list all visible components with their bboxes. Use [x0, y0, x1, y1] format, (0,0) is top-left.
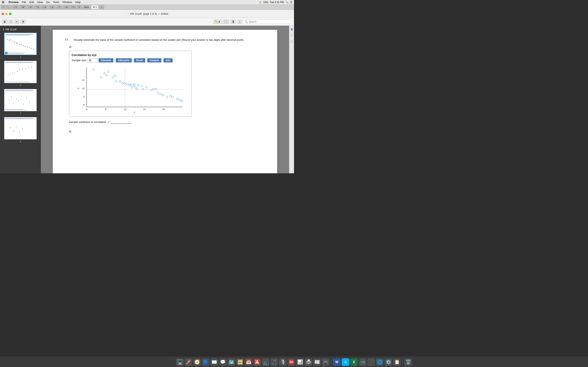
toolbar: ⊞ − + ⬆ ✏️ ▾ 📋 🎛 ↑ 🔍: [0, 18, 294, 26]
svg-point-78: [155, 88, 157, 90]
svg-point-24: [28, 67, 29, 68]
adjust-button[interactable]: 🎛: [230, 20, 236, 24]
search-box[interactable]: 🔍: [243, 20, 292, 24]
svg-point-87: [179, 99, 181, 101]
tab-ct[interactable]: C T: [56, 5, 62, 9]
spotlight-icon[interactable]: 🔍: [285, 1, 288, 4]
tab-r[interactable]: (r: [6, 5, 11, 9]
share-button[interactable]: ⬆: [20, 20, 26, 24]
tab-cs2[interactable]: C S: [26, 5, 33, 9]
menu-view[interactable]: View: [37, 1, 43, 4]
tab-cm[interactable]: C M: [19, 5, 26, 9]
zoom-out-button[interactable]: −: [9, 20, 13, 24]
svg-point-23: [25, 68, 26, 69]
svg-text:0: 0: [83, 104, 85, 106]
svg-text:10: 10: [124, 108, 126, 110]
tab-new[interactable]: New: [82, 5, 91, 9]
svg-point-86: [177, 98, 178, 100]
chevron-down-icon: ▼: [2, 28, 5, 31]
analyze-button[interactable]: Analyze: [147, 58, 161, 62]
svg-point-74: [141, 85, 143, 87]
insert-button[interactable]: 📋: [223, 20, 229, 24]
sidebar-toggle-button[interactable]: ⊞: [2, 20, 7, 24]
tab-ps[interactable]: P S: [70, 5, 77, 9]
svg-point-39: [22, 128, 23, 129]
svg-point-83: [166, 96, 168, 98]
svg-point-2: [10, 39, 11, 40]
tab-ca2[interactable]: C A: [48, 5, 55, 9]
widget-title: Correlation by eye: [72, 53, 189, 57]
page-4-thumbnail[interactable]: [4, 117, 37, 140]
menubar: ⌘ Preview File Edit View Go Tools Window…: [0, 0, 294, 4]
info-label: Info: [291, 40, 293, 43]
svg-point-84: [169, 95, 171, 97]
widget-controls: Sample size: Simulate | Add point | Rese…: [72, 58, 189, 62]
person-icon[interactable]: 👤: [290, 27, 294, 31]
svg-point-77: [150, 89, 152, 91]
sample-size-input[interactable]: [87, 58, 98, 62]
add-point-button[interactable]: Add point: [116, 58, 132, 62]
page-1-thumbnail[interactable]: 1: [4, 33, 37, 55]
menu-window[interactable]: Window: [62, 1, 72, 4]
sub-b-label: b): [65, 130, 265, 133]
close-button[interactable]: [2, 13, 4, 15]
tab-ca1[interactable]: C A: [41, 5, 48, 9]
tab-t[interactable]: T: [1, 5, 6, 9]
tab-star[interactable]: ★ ×: [91, 5, 99, 9]
titlebar: 📄 HW 12.pdf (page 1 of 4) — Edited: [0, 10, 294, 18]
main-layout: ▼ HW 12.pdf: [0, 26, 294, 173]
app-name[interactable]: Preview: [9, 1, 18, 4]
menu-right-items: 🔋 15% Tue 2:31 PM 🔍 ☰: [259, 1, 292, 4]
apple-menu[interactable]: ⌘: [2, 1, 4, 4]
svg-text:15: 15: [143, 108, 146, 110]
svg-text:0: 0: [86, 108, 87, 110]
tab-more[interactable]: +: [99, 5, 104, 9]
svg-point-34: [29, 102, 30, 103]
menu-tools[interactable]: Tools: [53, 1, 59, 4]
svg-text:5: 5: [83, 95, 85, 98]
svg-text:Y: Y: [77, 87, 80, 89]
menu-help[interactable]: Help: [75, 1, 81, 4]
approx-symbol: ≈: [108, 120, 109, 124]
page-2-thumbnail[interactable]: [4, 61, 37, 83]
svg-point-27: [11, 97, 12, 98]
menu-file[interactable]: File: [22, 1, 26, 4]
svg-point-61: [114, 75, 116, 76]
reset-button[interactable]: Reset: [134, 58, 145, 62]
share2-button[interactable]: ↑: [237, 20, 242, 24]
notification-icon[interactable]: ☰: [290, 1, 292, 4]
annotate-button[interactable]: ✏️ ▾: [213, 20, 222, 24]
tab-cs3[interactable]: C S: [34, 5, 41, 9]
pdf-page: 13. Visually estismate the value of the …: [53, 30, 277, 173]
tab-cs1[interactable]: C S: [12, 5, 18, 9]
sidebar-filename: HW 12.pdf: [6, 28, 17, 31]
page-2-label: 2: [20, 84, 21, 86]
menu-edit[interactable]: Edit: [29, 1, 34, 4]
svg-point-20: [17, 71, 18, 72]
scatter-plot-svg: 0 5 10 15 Y 0 5 10 15 20 x: [74, 65, 186, 114]
svg-point-58: [106, 75, 108, 76]
battery-percent: 15%: [263, 1, 268, 4]
svg-text:x: x: [134, 111, 135, 113]
simulate-button[interactable]: Simulate: [99, 58, 113, 62]
answer-line: Sample coeficient of correlation ≈: [65, 120, 265, 124]
filename: HW 12.pdf: [130, 12, 142, 15]
pdf-icon: 📄: [126, 12, 129, 15]
tab-p[interactable]: P: [77, 5, 82, 9]
info-button[interactable]: Info: [164, 58, 173, 62]
thumbnail-1-container: 1 1: [0, 31, 41, 59]
minimize-button[interactable]: [5, 13, 8, 15]
menu-go[interactable]: Go: [46, 1, 50, 4]
zoom-in-button[interactable]: +: [15, 20, 19, 24]
search-icon: 🔍: [245, 20, 248, 23]
svg-point-62: [115, 80, 117, 82]
page-3-thumbnail[interactable]: [4, 89, 37, 111]
battery-indicator: 🔋: [259, 1, 262, 4]
maximize-button[interactable]: [9, 13, 11, 15]
search-input[interactable]: [249, 20, 290, 23]
page-1-label: 1: [20, 56, 21, 58]
svg-point-35: [10, 127, 11, 128]
svg-point-38: [19, 132, 20, 132]
page-3-label: 3: [20, 112, 21, 115]
tab-ca3[interactable]: C A: [62, 5, 69, 9]
